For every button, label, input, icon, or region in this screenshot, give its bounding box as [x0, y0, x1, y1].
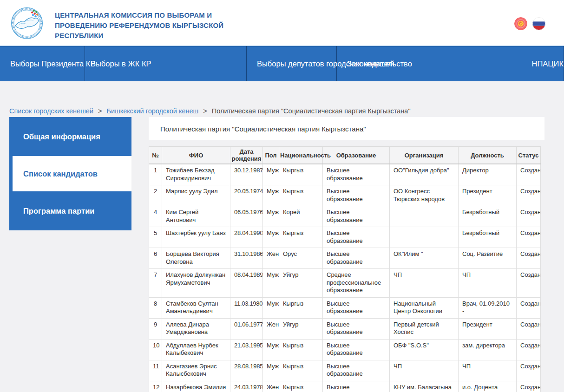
cell-number: 1: [149, 164, 162, 185]
cell-number: 2: [149, 185, 162, 206]
table-row: 10 Абдуллаев Нурбек Калыбекович 21.03.19…: [149, 339, 541, 360]
sidebar-item[interactable]: Список кандидатов: [13, 156, 131, 191]
cell-position: ЧП: [459, 360, 517, 381]
cell-organization: ЧП: [390, 269, 459, 298]
cell-number: 10: [149, 339, 162, 360]
cell-nationality: Орус: [279, 248, 323, 269]
breadcrumb-item: Политическая партия "Социалистическая па…: [212, 107, 411, 115]
column-header: Статус: [517, 147, 541, 164]
cell-fio: Илахунов Долкунжан Ярмухаметович: [162, 269, 230, 298]
cell-birthdate: 11.03.1980: [230, 297, 263, 318]
cell-gender: Муж: [263, 206, 279, 227]
cell-gender: Жен: [263, 318, 279, 339]
cell-gender: Муж: [263, 360, 279, 381]
candidates-table: № ФИО Дата рождения Пол Национальность О…: [149, 146, 541, 392]
cell-nationality: Кыргыз: [279, 360, 323, 381]
cell-education: Высшее образование: [323, 381, 390, 392]
cell-gender: Муж: [263, 185, 279, 206]
breadcrumb-item[interactable]: Бишкекский городской кенеш: [107, 107, 199, 115]
cell-nationality: Уйгур: [279, 269, 323, 298]
table-header-row: № ФИО Дата рождения Пол Национальность О…: [149, 147, 541, 164]
cell-status: Создан: [517, 360, 541, 381]
cell-education: Высшее образование: [323, 318, 390, 339]
breadcrumb-item: >: [98, 107, 102, 115]
cell-fio: Марлис уулу Эдил: [162, 185, 230, 206]
cell-nationality: Кыргыз: [279, 381, 323, 392]
nav-item[interactable]: Законодательство: [337, 46, 522, 81]
cell-nationality: Кыргыз: [279, 227, 323, 248]
cell-fio: Асангазиев Эрнис Калысбекович: [162, 360, 230, 381]
cell-birthdate: 20.05.1974: [230, 185, 263, 206]
russia-flag-icon[interactable]: [532, 17, 545, 30]
cell-organization: Первый детский Хоспис: [390, 318, 459, 339]
nav-item[interactable]: НПАЦИК: [522, 46, 564, 81]
table-row: 4 Ким Сергей Антонович 06.05.1976 Муж Ко…: [149, 206, 541, 227]
cell-status: Создан: [517, 381, 541, 392]
cell-education: Высшее образование: [323, 227, 390, 248]
site-header: ЦЕНТРАЛЬНАЯ КОМИССИЯ ПО ВЫБОРАМ И ПРОВЕД…: [0, 0, 564, 46]
cell-birthdate: 21.03.1995: [230, 339, 263, 360]
cell-status: Создан: [517, 248, 541, 269]
cell-birthdate: 06.05.1976: [230, 206, 263, 227]
cell-gender: Жен: [263, 381, 279, 392]
cell-education: Высшее образование: [323, 339, 390, 360]
cell-position: Президент: [459, 185, 517, 206]
cell-education: Высшее образование: [323, 297, 390, 318]
cell-status: Создан: [517, 185, 541, 206]
kyrgyzstan-flag-icon[interactable]: [514, 17, 527, 30]
table-row: 1 Тожибаев Бехзад Сирожидинович 30.12.19…: [149, 164, 541, 185]
cell-number: 12: [149, 381, 162, 392]
table-row: 2 Марлис уулу Эдил 20.05.1974 Муж Кыргыз…: [149, 185, 541, 206]
cell-number: 8: [149, 297, 162, 318]
cell-fio: Абдуллаев Нурбек Калыбекович: [162, 339, 230, 360]
cell-status: Создан: [517, 297, 541, 318]
cell-fio: Тожибаев Бехзад Сирожидинович: [162, 164, 230, 185]
cell-fio: Ким Сергей Антонович: [162, 206, 230, 227]
cell-position: Безработный: [459, 206, 517, 227]
sidebar-item[interactable]: Программа партии: [9, 191, 131, 230]
table-row: 12 Назарбекова Эмилия Умбетовна 24.03.19…: [149, 381, 541, 392]
cell-status: Создан: [517, 206, 541, 227]
nav-item[interactable]: Выборы в ЖК КР: [85, 46, 247, 81]
cell-education: Высшее образование: [323, 248, 390, 269]
cec-emblem-icon[interactable]: [10, 5, 44, 40]
cell-gender: Жен: [263, 248, 279, 269]
cell-number: 11: [149, 360, 162, 381]
cell-birthdate: 24.03.1978: [230, 381, 263, 392]
cell-nationality: Кыргыз: [279, 339, 323, 360]
cell-gender: Муж: [263, 227, 279, 248]
cell-birthdate: 30.12.1987: [230, 164, 263, 185]
nav-item[interactable]: Выборы депутатов городских кенешей: [247, 46, 337, 81]
cell-gender: Муж: [263, 339, 279, 360]
page-title-panel: Политическая партия "Социалистическая па…: [149, 117, 544, 140]
column-header: №: [149, 147, 162, 164]
cell-organization: [390, 206, 459, 227]
nav-item[interactable]: Выборы Президента КР: [0, 46, 85, 81]
breadcrumb-item[interactable]: Список городских кенешей: [9, 107, 93, 115]
sidebar-item[interactable]: Общая информация: [9, 117, 131, 156]
cell-education: Высшее образование: [323, 185, 390, 206]
cell-gender: Муж: [263, 297, 279, 318]
cell-organization: ОБФ "S.O.S": [390, 339, 459, 360]
table-row: 9 Аляева Динара Умарджановна 01.06.1977 …: [149, 318, 541, 339]
cell-birthdate: 28.08.1985: [230, 360, 263, 381]
cell-status: Создан: [517, 269, 541, 298]
table-row: 7 Илахунов Долкунжан Ярмухаметович 08.04…: [149, 269, 541, 298]
cell-organization: Национальный Центр Онкологии: [390, 297, 459, 318]
breadcrumb-item: >: [203, 107, 207, 115]
cell-position: зам. директора: [459, 339, 517, 360]
cell-gender: Муж: [263, 269, 279, 298]
cell-fio: Стамбеков Султан Амангельдиевич: [162, 297, 230, 318]
cell-position: Безработный: [459, 227, 517, 248]
cell-position: Директор: [459, 164, 517, 185]
cell-number: 9: [149, 318, 162, 339]
table-row: 6 Борщева Виктория Олеговна 31.10.1986 Ж…: [149, 248, 541, 269]
cell-position: Президент: [459, 318, 517, 339]
cell-organization: ОО Конгресс Тюркских народов: [390, 185, 459, 206]
column-header: Дата рождения: [230, 147, 263, 164]
cell-number: 7: [149, 269, 162, 298]
cell-position: Врач, 01.09.2010 -: [459, 297, 517, 318]
main-area: Общая информация Список кандидатов Прогр…: [0, 117, 564, 392]
table-row: 11 Асангазиев Эрнис Калысбекович 28.08.1…: [149, 360, 541, 381]
nav-item-label: НПАЦИК: [532, 59, 564, 68]
